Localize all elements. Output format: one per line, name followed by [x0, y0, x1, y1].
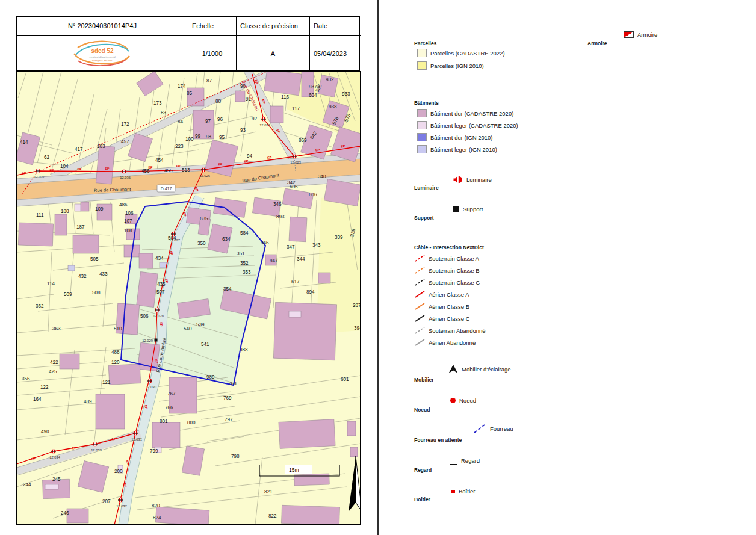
logo-title: sded 52 — [91, 48, 114, 54]
parcel-label: 114 — [47, 281, 55, 286]
parcel-label: 801 — [160, 419, 168, 424]
parcelle-ign-swatch — [417, 61, 427, 70]
fourreau-icon — [473, 422, 486, 434]
ep-label: EP — [105, 167, 110, 170]
parcel-label: 799 — [150, 448, 158, 454]
legend-item-parcelles-ign: Parcelles (IGN 2010) — [417, 61, 484, 70]
parcel-label: 769 — [223, 395, 232, 401]
parcel-label: 103 — [97, 144, 105, 149]
parcel-label: 245 — [52, 477, 61, 482]
ep-label: EP — [218, 162, 223, 166]
parcel-label: 108 — [124, 228, 132, 233]
luminaire-label: 12.032 — [116, 504, 127, 508]
mobilier-eclairage-icon — [448, 365, 458, 374]
legend-header-cable: Câble - Intersection NextDict — [414, 244, 484, 250]
parcel-label: 508 — [92, 290, 101, 295]
ep-label: EP — [148, 165, 153, 169]
parcel-label: 604 — [309, 93, 317, 98]
parcel-label: 121 — [102, 380, 111, 385]
parcel-label: 989 — [206, 374, 215, 380]
batiment-dur-cadastre-swatch — [417, 109, 427, 117]
legend-item-batiment-dur-cadastre: Bâtiment dur (CADASTRE 2020) — [417, 109, 513, 117]
luminaire-label: 12.037 — [34, 175, 45, 179]
date-value: 05/04/2023 — [310, 36, 361, 72]
parcel-label: 87 — [206, 78, 212, 84]
parcel-label: 104 — [60, 164, 69, 169]
parcel-label: 95 — [219, 135, 225, 140]
regard-icon — [450, 457, 457, 465]
parcel-label: 99 — [195, 134, 201, 139]
parcel-label: 798 — [231, 454, 240, 459]
ep-label: EP — [341, 144, 345, 148]
parcel-label: 454 — [155, 158, 164, 163]
panel-divider — [377, 0, 379, 535]
parcel-label: 120 — [111, 360, 120, 365]
parcel-label: 343 — [312, 243, 321, 248]
cable-item-label: Aérien Classe A — [429, 291, 469, 298]
cadastral-map: 4174146210410317217317485838410045722345… — [17, 72, 361, 525]
parcel-label: 173 — [153, 101, 162, 106]
legend-item-cable: Souterrain Classe A — [414, 252, 479, 264]
luminaire-label: 12.036 — [120, 176, 131, 179]
parcel-label: 88 — [215, 99, 222, 104]
parcel-label: 246 — [61, 510, 69, 516]
parcel-label: 425 — [49, 369, 57, 374]
parcel-label: 947 — [270, 258, 278, 264]
ep-label: EP — [49, 169, 54, 172]
parcel-label: 362 — [36, 303, 44, 309]
parcel-label: 509 — [64, 292, 72, 297]
parcel-label: 164 — [33, 397, 42, 402]
parcel-label: 635 — [200, 216, 208, 221]
ep-label: EP — [244, 159, 249, 164]
parcel-label: 223 — [175, 144, 184, 149]
parcel-label: 606 — [309, 192, 317, 197]
parcel-label: 207 — [102, 499, 111, 504]
legend-header-armoire: Armoire — [587, 40, 607, 46]
ep-label: EP — [160, 322, 164, 327]
parcel-label: 339 — [335, 235, 343, 240]
luminaire-label: 12.027 — [169, 238, 180, 242]
parcel-label: 93 — [240, 128, 246, 133]
legend-item-luminaire: Luminaire — [453, 175, 492, 184]
parcel-label: 488 — [111, 350, 120, 355]
parcel-label: 109 — [95, 206, 104, 212]
parcel-label: 188 — [61, 209, 69, 214]
parcel-label: 107 — [124, 218, 132, 224]
legend-item-cable: Souterrain Classe C — [414, 276, 480, 288]
cable-line-icon — [414, 265, 426, 275]
parcel-label: 111 — [36, 212, 44, 218]
parcel-label: 172 — [121, 122, 129, 127]
parcel-label: 932 — [326, 77, 334, 82]
parcel-label: 187 — [76, 224, 85, 230]
luminaire-label: 12.026 — [199, 174, 210, 178]
echelle-value: 1/1000 — [188, 36, 237, 72]
legend-item-parcelles-cadastre: Parcelles (CADASTRE 2022) — [417, 49, 505, 57]
parcel-label: 938 — [329, 104, 337, 110]
batiment-leger-ign-swatch — [417, 145, 427, 153]
parcel-label: 435 — [157, 282, 166, 287]
parcel-label: 92 — [252, 116, 258, 122]
legend-item-armoire: Armoire — [624, 31, 657, 38]
parcel-label: 106 — [125, 211, 134, 216]
ep-label: EP — [112, 436, 117, 441]
parcel-label: 767 — [167, 391, 176, 397]
parcel-label: 356 — [22, 376, 30, 382]
parcel-label: 539 — [196, 322, 205, 327]
legend-item-boitier: Boîtier — [451, 488, 475, 495]
parcel-label: 363 — [52, 326, 61, 332]
parcel-label: 540 — [184, 326, 192, 332]
parcel-label: 513 — [182, 167, 190, 173]
parcel-label: 354 — [223, 286, 232, 292]
ep-label: EP — [176, 164, 181, 168]
sded-logo: sded 52 syndicat départemental énergie &… — [17, 36, 188, 72]
parcel-label: 933 — [342, 91, 350, 97]
boitier-icon — [451, 490, 455, 493]
parcel-label: 116 — [281, 94, 289, 100]
cable-line-icon — [414, 289, 426, 299]
legend-item-batiment-leger-ign: Bâtiment leger (IGN 2010) — [417, 145, 497, 153]
luminaire-label: 12.034 — [49, 456, 61, 459]
parcel-label: 434 — [155, 256, 164, 261]
legend-header-parcelles: Parcelles — [414, 40, 436, 46]
legend-item-noeud: Noeud — [450, 397, 476, 404]
parcel-label: 489 — [84, 399, 92, 404]
